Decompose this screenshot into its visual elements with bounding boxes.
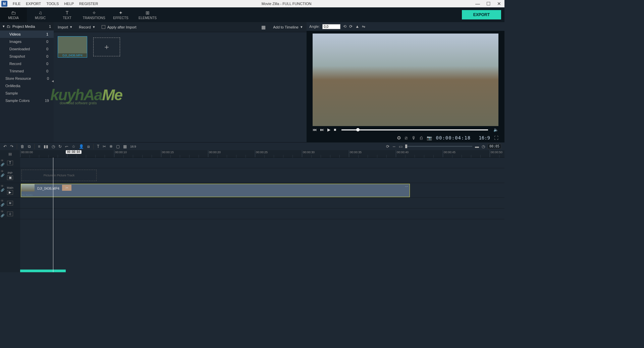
sidebar-item-trimmed[interactable]: Trimmed0 (0, 67, 54, 75)
sidebar-header[interactable]: ▾ 🗀 Project Media 1 (0, 22, 54, 31)
list-icon[interactable]: ≡ (38, 144, 40, 149)
clock-icon[interactable]: ◷ (52, 144, 55, 149)
grid-view-icon[interactable]: ▦ (261, 24, 266, 30)
close-button[interactable]: ✕ (494, 0, 504, 7)
link-icon[interactable]: 🔗 (1, 163, 4, 166)
preview-video[interactable] (313, 34, 498, 126)
scissors-icon[interactable]: ✂ (103, 144, 106, 149)
zoom-timecode[interactable]: 00:05 (488, 144, 501, 149)
import-button[interactable]: Import ▾ (58, 25, 72, 29)
track-main[interactable]: DJI_0436.MP4 ✂ ⋯ No Audio (20, 183, 504, 198)
sidebar-onmedia[interactable]: OnMedia (0, 82, 54, 90)
eye-icon[interactable]: 👁 (1, 159, 4, 162)
zoom-slider[interactable] (405, 146, 472, 147)
menu-help[interactable]: HELP (61, 2, 76, 6)
eye-icon[interactable]: 👁 (1, 210, 4, 213)
play-button[interactable]: ▶ (327, 127, 330, 132)
export-button[interactable]: EXPORT (462, 10, 501, 19)
delete-icon[interactable]: 🗑 (20, 144, 24, 149)
track-header-text[interactable]: 👁🔗T (0, 158, 20, 168)
sidebar-item-images[interactable]: Images0 (0, 38, 54, 45)
seek-knob[interactable] (356, 128, 360, 131)
timeline-clip[interactable]: DJI_0436.MP4 ✂ ⋯ No Audio (21, 184, 410, 197)
eye-icon[interactable]: 👁 (1, 199, 4, 202)
angle-input[interactable] (322, 24, 340, 29)
tab-media[interactable]: 🗀MEDIA (0, 7, 27, 22)
sidebar-sample-colors[interactable]: Sample Colors19 (0, 97, 54, 104)
clip-cut-icon[interactable]: ✂ (62, 185, 71, 191)
tab-music[interactable]: ♫MUSIC (27, 7, 54, 22)
tab-transitions[interactable]: ⟡TRANSITIONS (80, 7, 107, 22)
fit-icon[interactable]: ↔ (392, 144, 396, 149)
menu-register[interactable]: REGISTER (76, 2, 101, 6)
track-header-main[interactable]: 👁🔗Main▶ (0, 183, 20, 198)
sidebar-item-videos[interactable]: Videos1 (0, 31, 54, 38)
record-icon[interactable]: ⎚ (405, 135, 408, 140)
track-audio2[interactable] (20, 209, 504, 219)
columns-icon[interactable]: ▮▮ (44, 144, 48, 149)
sidebar-item-snapshot[interactable]: Snapshot0 (0, 53, 54, 60)
clock2-icon[interactable]: ◷ (482, 144, 485, 149)
text-tool-icon[interactable]: T (97, 144, 99, 149)
seek-bar[interactable] (341, 129, 488, 130)
clip-menu-icon[interactable]: ⋯ (405, 185, 408, 188)
sidebar-sample[interactable]: Sample (0, 90, 54, 97)
track-header-audio2[interactable]: 👁🔗♫ (0, 209, 20, 219)
timeline-scrollbar[interactable] (20, 270, 66, 272)
playhead-flag[interactable]: 00:00:04 (66, 150, 82, 154)
track-audio1[interactable] (20, 198, 504, 209)
link-icon[interactable]: 🔗 (1, 174, 4, 177)
stop-button[interactable]: ■ (334, 127, 336, 132)
track-header-pip[interactable]: 👁🔗PIP▣ (0, 168, 20, 183)
person-icon[interactable]: 👤 (79, 144, 84, 149)
sidebar-item-record[interactable]: Record0 (0, 60, 54, 67)
zoom-knob[interactable] (405, 144, 407, 148)
media-thumbnail[interactable]: DJI_0436.MP4 (58, 36, 87, 58)
compass-icon[interactable]: ✪ (397, 135, 401, 140)
film-icon[interactable]: ▦ (123, 144, 127, 149)
crop-icon[interactable]: ▢ (116, 144, 120, 149)
timeline-tracks[interactable]: Picture in Picture Track DJI_0436.MP4 ✂ … (20, 158, 504, 272)
track-text[interactable] (20, 158, 504, 168)
tab-elements[interactable]: ⊞ELEMENTS (134, 7, 161, 22)
layers-icon[interactable]: ▤ (8, 152, 12, 156)
ratio-label[interactable]: 16:9 (130, 145, 136, 148)
camera-icon[interactable]: ⎙ (420, 135, 423, 140)
snowflake-icon[interactable]: ❄ (109, 144, 113, 149)
rotate-right-icon[interactable]: ⟳ (349, 24, 353, 29)
rotate-left-icon[interactable]: ⟲ (343, 24, 346, 29)
reverse-icon[interactable]: ⤺ (65, 144, 68, 149)
link-icon[interactable]: 🔗 (1, 203, 4, 207)
flip-vertical-icon[interactable]: ▲ (355, 24, 359, 29)
sidebar-store-resource[interactable]: Store Resource0 (0, 75, 54, 82)
fullscreen-icon[interactable]: ⛶ (494, 135, 498, 140)
eye-icon[interactable]: 👁 (1, 184, 4, 188)
zoom-in-icon[interactable]: ▬ (475, 144, 479, 149)
mic-icon[interactable]: 🎙 (412, 135, 416, 140)
undo-icon[interactable]: ↶ (3, 144, 7, 149)
redo-icon[interactable]: ↷ (10, 144, 13, 149)
record-button[interactable]: Record ▾ (79, 25, 95, 29)
crop2-icon[interactable]: ⧈ (87, 144, 90, 149)
apply-after-import-checkbox[interactable]: Apply after Import (102, 25, 137, 29)
rotate-icon[interactable]: ↻ (58, 144, 62, 149)
snapshot-icon[interactable]: 📷 (427, 135, 432, 140)
add-to-timeline-button[interactable]: Add to Timeline ▾ (273, 25, 303, 29)
maximize-button[interactable]: ☐ (483, 0, 494, 7)
sidebar-item-downloaded[interactable]: Downloaded0 (0, 45, 54, 53)
playhead-line[interactable] (53, 158, 53, 272)
sync-icon[interactable]: ⟳ (386, 144, 389, 149)
minimize-button[interactable]: — (472, 0, 483, 7)
flip-horizontal-icon[interactable]: ⇋ (362, 24, 365, 29)
zoom-out-icon[interactable]: ▭ (399, 144, 402, 149)
menu-tools[interactable]: TOOLS (44, 2, 61, 6)
menu-file[interactable]: FILE (10, 2, 23, 6)
menu-export[interactable]: EXPORT (23, 2, 44, 6)
track-header-audio1[interactable]: 👁🔗≋ (0, 198, 20, 209)
add-media-button[interactable]: ＋ (93, 38, 120, 56)
volume-icon[interactable]: 🔈 (493, 127, 498, 132)
copy-icon[interactable]: ⧉ (28, 144, 31, 149)
star-icon[interactable]: ☆ (72, 144, 75, 149)
link-icon[interactable]: 🔗 (1, 214, 4, 217)
pip-placeholder[interactable]: Picture in Picture Track (21, 170, 97, 181)
